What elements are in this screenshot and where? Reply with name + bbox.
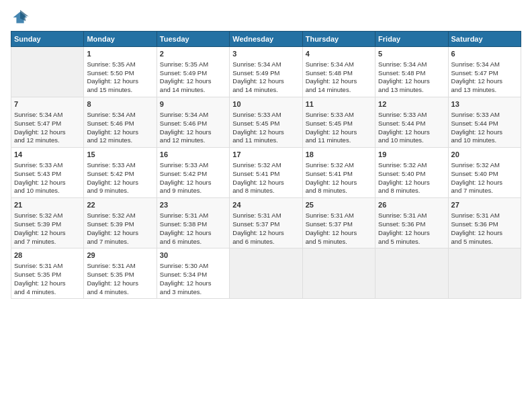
day-info-line: Sunset: 5:40 PM bbox=[378, 170, 445, 179]
logo-bird-icon bbox=[11, 8, 30, 27]
week-row-5: 28Sunrise: 5:31 AMSunset: 5:35 PMDayligh… bbox=[11, 248, 521, 299]
day-info-line: and 5 minutes. bbox=[306, 238, 372, 246]
day-number: 9 bbox=[160, 99, 226, 109]
day-cell: 2Sunrise: 5:35 AMSunset: 5:49 PMDaylight… bbox=[157, 47, 229, 97]
day-info-line: and 7 minutes. bbox=[451, 187, 518, 195]
day-info-line: and 11 minutes. bbox=[232, 136, 299, 145]
day-info-line: and 14 minutes. bbox=[160, 86, 226, 95]
day-info-line: and 13 minutes. bbox=[378, 86, 445, 95]
day-info-line: and 9 minutes. bbox=[160, 187, 226, 195]
day-number: 14 bbox=[14, 150, 81, 160]
day-info-line: Sunrise: 5:33 AM bbox=[14, 161, 81, 170]
day-info-line: Daylight: 12 hours bbox=[87, 128, 153, 137]
day-info-line: Daylight: 12 hours bbox=[306, 77, 372, 86]
day-info-line: Sunrise: 5:32 AM bbox=[87, 212, 153, 220]
day-info-line: Sunset: 5:34 PM bbox=[160, 271, 226, 279]
day-info-line: and 12 minutes. bbox=[87, 136, 153, 145]
day-cell: 9Sunrise: 5:34 AMSunset: 5:46 PMDaylight… bbox=[157, 97, 229, 148]
day-cell: 29Sunrise: 5:31 AMSunset: 5:35 PMDayligh… bbox=[84, 248, 157, 299]
day-info-line: Sunrise: 5:31 AM bbox=[378, 212, 445, 220]
header-day-saturday: Saturday bbox=[448, 32, 521, 47]
day-info-line: and 14 minutes. bbox=[306, 86, 372, 95]
day-info-line: Sunrise: 5:34 AM bbox=[306, 60, 372, 69]
header bbox=[11, 8, 521, 27]
day-info-line: Daylight: 12 hours bbox=[306, 179, 372, 187]
day-info-line: Sunset: 5:44 PM bbox=[378, 120, 445, 128]
day-cell: 10Sunrise: 5:33 AMSunset: 5:45 PMDayligh… bbox=[230, 97, 302, 148]
day-cell: 19Sunrise: 5:32 AMSunset: 5:40 PMDayligh… bbox=[375, 148, 448, 198]
day-number: 18 bbox=[306, 150, 372, 160]
day-number: 21 bbox=[14, 200, 81, 210]
day-info-line: Daylight: 12 hours bbox=[451, 77, 518, 86]
day-info-line: and 12 minutes. bbox=[160, 136, 226, 145]
day-number: 12 bbox=[378, 99, 445, 109]
day-info-line: Sunset: 5:40 PM bbox=[451, 170, 518, 179]
day-info-line: Sunset: 5:43 PM bbox=[14, 170, 81, 179]
day-info-line: Sunrise: 5:32 AM bbox=[378, 161, 445, 170]
day-cell: 15Sunrise: 5:33 AMSunset: 5:42 PMDayligh… bbox=[84, 148, 157, 198]
logo bbox=[11, 8, 32, 27]
day-info-line: Daylight: 12 hours bbox=[14, 179, 81, 187]
day-number: 6 bbox=[451, 49, 518, 59]
day-number: 4 bbox=[306, 49, 372, 59]
day-number: 15 bbox=[87, 150, 153, 160]
day-cell: 30Sunrise: 5:30 AMSunset: 5:34 PMDayligh… bbox=[157, 248, 229, 299]
day-info-line: Sunrise: 5:33 AM bbox=[160, 161, 226, 170]
day-cell: 1Sunrise: 5:35 AMSunset: 5:50 PMDaylight… bbox=[84, 47, 157, 97]
day-info-line: Daylight: 12 hours bbox=[378, 128, 445, 137]
day-info-line: Daylight: 12 hours bbox=[87, 229, 153, 238]
day-info-line: and 3 minutes. bbox=[160, 288, 226, 297]
header-day-monday: Monday bbox=[84, 32, 157, 47]
day-cell: 24Sunrise: 5:31 AMSunset: 5:37 PMDayligh… bbox=[230, 198, 302, 248]
day-info-line: Sunrise: 5:33 AM bbox=[232, 111, 299, 120]
day-cell: 4Sunrise: 5:34 AMSunset: 5:48 PMDaylight… bbox=[302, 47, 375, 97]
day-cell: 22Sunrise: 5:32 AMSunset: 5:39 PMDayligh… bbox=[84, 198, 157, 248]
day-info-line: and 10 minutes. bbox=[14, 187, 81, 195]
day-info-line: Sunrise: 5:33 AM bbox=[87, 161, 153, 170]
day-cell: 13Sunrise: 5:33 AMSunset: 5:44 PMDayligh… bbox=[448, 97, 521, 148]
day-cell: 20Sunrise: 5:32 AMSunset: 5:40 PMDayligh… bbox=[448, 148, 521, 198]
day-info-line: Sunset: 5:39 PM bbox=[87, 220, 153, 229]
day-number: 5 bbox=[378, 49, 445, 59]
day-info-line: and 8 minutes. bbox=[378, 187, 445, 195]
day-info-line: Sunrise: 5:32 AM bbox=[306, 161, 372, 170]
day-info-line: and 14 minutes. bbox=[232, 86, 299, 95]
day-info-line: and 15 minutes. bbox=[87, 86, 153, 95]
day-number: 2 bbox=[160, 49, 226, 59]
day-info-line: and 9 minutes. bbox=[87, 187, 153, 195]
day-number: 25 bbox=[306, 200, 372, 210]
day-info-line: and 8 minutes. bbox=[232, 187, 299, 195]
day-cell bbox=[230, 248, 302, 299]
day-info-line: Sunrise: 5:31 AM bbox=[451, 212, 518, 220]
day-info-line: Sunrise: 5:35 AM bbox=[160, 60, 226, 69]
header-day-tuesday: Tuesday bbox=[157, 32, 229, 47]
day-info-line: Sunset: 5:35 PM bbox=[14, 271, 81, 279]
day-info-line: Sunrise: 5:35 AM bbox=[87, 60, 153, 69]
day-cell bbox=[302, 248, 375, 299]
day-number: 3 bbox=[232, 49, 299, 59]
day-info-line: Sunset: 5:44 PM bbox=[451, 120, 518, 128]
day-info-line: Sunrise: 5:31 AM bbox=[160, 212, 226, 220]
day-info-line: Daylight: 12 hours bbox=[451, 229, 518, 238]
day-info-line: Sunrise: 5:33 AM bbox=[451, 111, 518, 120]
day-cell: 16Sunrise: 5:33 AMSunset: 5:42 PMDayligh… bbox=[157, 148, 229, 198]
day-info-line: Sunrise: 5:31 AM bbox=[306, 212, 372, 220]
day-info-line: and 5 minutes. bbox=[451, 238, 518, 246]
day-number: 24 bbox=[232, 200, 299, 210]
day-info-line: Sunset: 5:38 PM bbox=[160, 220, 226, 229]
day-info-line: Sunrise: 5:32 AM bbox=[232, 161, 299, 170]
day-info-line: Daylight: 12 hours bbox=[232, 128, 299, 137]
day-info-line: Sunset: 5:39 PM bbox=[14, 220, 81, 229]
week-row-1: 1Sunrise: 5:35 AMSunset: 5:50 PMDaylight… bbox=[11, 47, 521, 97]
day-info-line: Sunset: 5:46 PM bbox=[87, 120, 153, 128]
day-number: 27 bbox=[451, 200, 518, 210]
day-number: 19 bbox=[378, 150, 445, 160]
day-info-line: Daylight: 12 hours bbox=[378, 77, 445, 86]
day-number: 17 bbox=[232, 150, 299, 160]
day-number: 13 bbox=[451, 99, 518, 109]
day-cell: 28Sunrise: 5:31 AMSunset: 5:35 PMDayligh… bbox=[11, 248, 84, 299]
day-info-line: Daylight: 12 hours bbox=[306, 128, 372, 137]
day-info-line: and 6 minutes. bbox=[160, 238, 226, 246]
day-info-line: Sunset: 5:49 PM bbox=[232, 69, 299, 78]
day-cell: 21Sunrise: 5:32 AMSunset: 5:39 PMDayligh… bbox=[11, 198, 84, 248]
